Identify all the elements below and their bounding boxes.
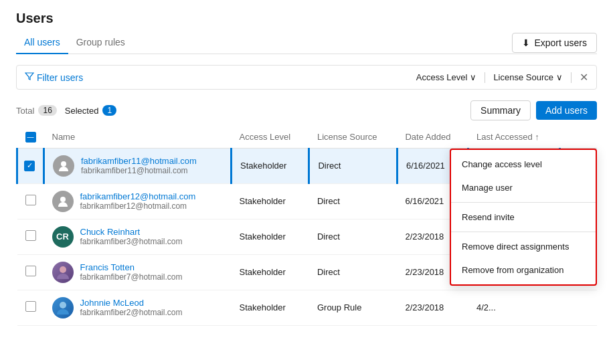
row-license-source: Direct (309, 148, 398, 183)
row-license-source: Direct (309, 219, 398, 254)
row-checkbox-cell (17, 254, 44, 290)
col-name: Name (44, 126, 232, 148)
user-email: fabrikamfiber7@hotmail.com (80, 272, 183, 282)
toolbar-right: Summary Add users (470, 100, 597, 120)
row-access-level: Stakeholder (232, 254, 309, 290)
user-cell: fabrikamfiber12@hotmail.com fabrikamfibe… (52, 191, 224, 212)
tab-all-users[interactable]: All users (16, 31, 68, 54)
user-name: fabrikamfiber12@hotmail.com (80, 191, 196, 201)
row-checkbox[interactable] (25, 195, 36, 205)
row-date-added: 2/23/2018 (397, 290, 468, 325)
filter-icon (25, 72, 34, 83)
avatar (52, 262, 74, 283)
user-email: fabrikamfiber2@hotmail.com (80, 308, 183, 317)
filter-bar: Filter users Access Level ∨ License Sour… (16, 65, 597, 90)
col-last-accessed: Last Accessed ↑ (468, 126, 560, 148)
chevron-down-icon: ∨ (556, 72, 563, 82)
avatar (53, 155, 74, 177)
table-header-row: Name Access Level License Source Date Ad… (17, 126, 598, 148)
table-toolbar: Total 16 Selected 1 Summary Add users (16, 100, 597, 120)
svg-point-0 (61, 161, 66, 167)
resend-invite-menuitem[interactable]: Resend invite (451, 205, 596, 229)
total-count: Total 16 (16, 105, 57, 116)
export-users-button[interactable]: ⬇ Export users (512, 33, 597, 53)
users-table-wrapper: Name Access Level License Source Date Ad… (16, 126, 597, 326)
change-access-level-menuitem[interactable]: Change access level (451, 153, 596, 176)
user-name: fabrikamfiber11@hotmail.com (81, 156, 197, 166)
row-checkbox-cell (17, 148, 44, 183)
context-menu: Change access level Manage user Resend i… (450, 149, 597, 286)
row-user-cell: fabrikamfiber12@hotmail.com fabrikamfibe… (44, 183, 232, 219)
filter-controls: Access Level ∨ License Source ∨ ✕ (416, 71, 588, 84)
select-all-checkbox[interactable] (25, 132, 36, 143)
selected-count-badge: 1 (102, 105, 116, 116)
row-license-source: Direct (309, 254, 398, 290)
table-row[interactable]: fabrikamfiber11@hotmail.com fabrikamfibe… (17, 148, 598, 183)
row-access-level: Stakeholder (232, 148, 309, 183)
filter-users-button[interactable]: Filter users (25, 72, 411, 83)
filter-separator (485, 72, 485, 83)
row-checkbox-cell (17, 183, 44, 219)
row-access-level: Stakeholder (232, 290, 309, 325)
row-user-cell: CR Chuck Reinhart fabrikamfiber3@hotmail… (44, 219, 232, 254)
page-title: Users (16, 11, 597, 26)
license-source-filter[interactable]: License Source ∨ (493, 72, 563, 82)
avatar (52, 191, 74, 212)
toolbar-left: Total 16 Selected 1 (16, 105, 116, 116)
row-license-source: Direct (309, 183, 398, 219)
col-date-added: Date Added (397, 126, 468, 148)
tabs-bar: All users Group rules ⬇ Export users (16, 31, 597, 54)
row-last-accessed: 4/2... (468, 290, 560, 325)
selected-count: Selected 1 (65, 105, 116, 116)
access-level-filter[interactable]: Access Level ∨ (416, 72, 477, 82)
total-badge: 16 (38, 105, 56, 116)
filter-separator2 (571, 72, 572, 83)
user-name: Chuck Reinhart (80, 227, 183, 237)
manage-user-menuitem[interactable]: Manage user (451, 176, 596, 199)
tab-group-rules[interactable]: Group rules (68, 31, 133, 54)
col-access-level: Access Level (232, 126, 309, 148)
user-info: fabrikamfiber11@hotmail.com fabrikamfibe… (81, 156, 197, 175)
avatar (52, 297, 74, 318)
remove-from-org-menuitem[interactable]: Remove from organization (451, 258, 596, 282)
user-info: Francis Totten fabrikamfiber7@hotmail.co… (80, 262, 183, 282)
user-cell: fabrikamfiber11@hotmail.com fabrikamfibe… (53, 155, 222, 177)
clear-filter-button[interactable]: ✕ (580, 71, 588, 84)
table-row[interactable]: Johnnie McLeod fabrikamfiber2@hotmail.co… (17, 290, 598, 325)
avatar: CR (52, 226, 74, 248)
user-info: Johnnie McLeod fabrikamfiber2@hotmail.co… (80, 298, 183, 317)
row-access-level: Stakeholder (232, 219, 309, 254)
users-table: Name Access Level License Source Date Ad… (16, 126, 597, 326)
user-name: Francis Totten (80, 262, 183, 272)
user-email: fabrikamfiber12@hotmail.com (80, 201, 196, 211)
menu-divider (451, 202, 596, 203)
add-users-button[interactable]: Add users (536, 101, 597, 120)
user-info: Chuck Reinhart fabrikamfiber3@hotmail.co… (80, 227, 183, 246)
row-user-cell: fabrikamfiber11@hotmail.com fabrikamfibe… (44, 148, 232, 183)
row-checkbox[interactable] (25, 230, 36, 241)
row-actions-cell: ⋮ Change access level Manage user Resend… (560, 148, 598, 183)
row-license-source: Group Rule (309, 290, 398, 325)
download-icon: ⬇ (522, 37, 530, 48)
summary-button[interactable]: Summary (470, 100, 531, 120)
tab-group: All users Group rules (16, 31, 133, 54)
row-access-level: Stakeholder (232, 183, 309, 219)
svg-point-3 (60, 302, 66, 308)
row-actions-cell (560, 290, 598, 325)
user-name: Johnnie McLeod (80, 298, 183, 308)
remove-direct-assignments-menuitem[interactable]: Remove direct assignments (451, 235, 596, 258)
row-checkbox[interactable] (25, 266, 36, 276)
user-email: fabrikamfiber11@hotmail.com (81, 166, 197, 175)
row-checkbox-cell (17, 290, 44, 325)
user-email: fabrikamfiber3@hotmail.com (80, 237, 183, 246)
row-checkbox-cell (17, 219, 44, 254)
user-info: fabrikamfiber12@hotmail.com fabrikamfibe… (80, 191, 196, 211)
row-checkbox[interactable] (25, 301, 36, 312)
user-cell: Johnnie McLeod fabrikamfiber2@hotmail.co… (52, 297, 224, 318)
menu-divider2 (451, 232, 596, 232)
svg-point-2 (60, 266, 66, 273)
user-cell: Francis Totten fabrikamfiber7@hotmail.co… (52, 262, 224, 283)
row-checkbox[interactable] (24, 161, 35, 171)
user-cell: CR Chuck Reinhart fabrikamfiber3@hotmail… (52, 226, 224, 248)
row-user-cell: Johnnie McLeod fabrikamfiber2@hotmail.co… (44, 290, 232, 325)
